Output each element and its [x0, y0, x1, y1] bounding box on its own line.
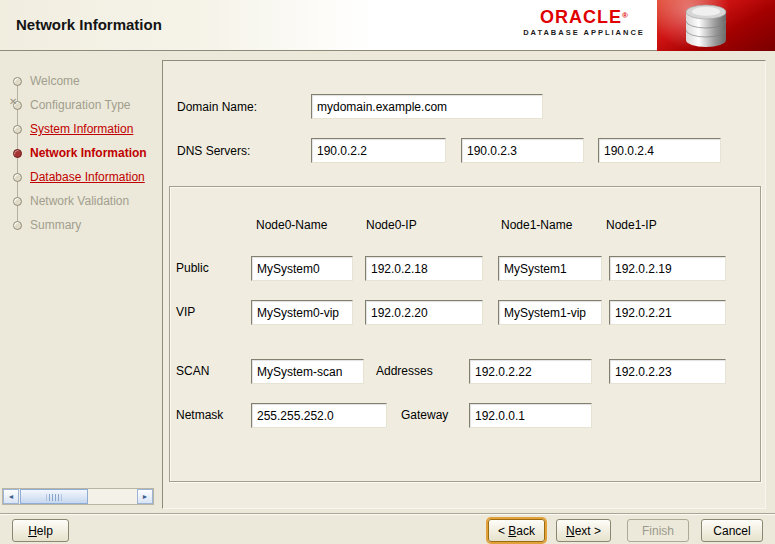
help-button[interactable]: Help	[12, 519, 69, 542]
column-header-node1-name: Node1-Name	[501, 219, 572, 232]
sidebar-item-system-information[interactable]: System Information	[30, 123, 133, 135]
netmask-row-label: Netmask	[176, 409, 223, 422]
oracle-logo: ORACLE® DATABASE APPLIANCE	[518, 8, 650, 37]
column-header-node0-ip: Node0-IP	[366, 219, 417, 232]
gateway-field[interactable]	[469, 403, 592, 428]
dns-server-1-field[interactable]	[311, 138, 446, 163]
public-node1-ip-field[interactable]	[609, 256, 726, 281]
domain-name-label: Domain Name:	[177, 101, 257, 114]
public-node1-name-field[interactable]	[498, 256, 602, 281]
scroll-thumb[interactable]	[20, 489, 88, 504]
gateway-label: Gateway	[401, 409, 448, 422]
step-bullet-current-icon	[13, 149, 22, 158]
vip-row-label: VIP	[176, 306, 195, 319]
sidebar-item-configuration-type: Configuration Type	[30, 99, 131, 111]
scroll-right-button[interactable]: ►	[137, 489, 153, 504]
header-red-banner	[657, 0, 775, 51]
dns-server-3-field[interactable]	[598, 138, 721, 163]
dns-servers-label: DNS Servers:	[177, 145, 250, 158]
public-node0-ip-field[interactable]	[365, 256, 483, 281]
step-bullet-icon	[13, 125, 22, 134]
vip-node1-name-field[interactable]	[498, 300, 602, 325]
column-header-node1-ip: Node1-IP	[606, 219, 657, 232]
vip-node0-ip-field[interactable]	[365, 300, 483, 325]
dns-server-2-field[interactable]	[461, 138, 584, 163]
sidebar-item-network-information[interactable]: Network Information	[30, 147, 147, 159]
database-appliance-label: DATABASE APPLIANCE	[518, 28, 650, 37]
sidebar-item-welcome: Welcome	[30, 75, 80, 87]
step-bullet-icon	[13, 221, 22, 230]
oracle-wordmark: ORACLE	[540, 7, 622, 27]
vip-node1-ip-field[interactable]	[609, 300, 726, 325]
scan-addresses-label: Addresses	[376, 365, 433, 378]
path-cross-icon: ✕	[9, 96, 17, 107]
finish-button: Finish	[627, 519, 689, 542]
sidebar-item-database-information[interactable]: Database Information	[30, 171, 145, 183]
registered-mark: ®	[622, 11, 628, 20]
wizard-window: Network Information ORACLE® DATABASE APP…	[0, 0, 775, 544]
scroll-grip-icon	[47, 494, 62, 501]
step-bullet-icon	[13, 173, 22, 182]
scroll-left-button[interactable]: ◄	[3, 489, 19, 504]
network-information-panel: Domain Name: DNS Servers: Node0-Name Nod…	[162, 60, 766, 509]
scan-row-label: SCAN	[176, 365, 209, 378]
step-bullet-icon	[13, 197, 22, 206]
page-title: Network Information	[16, 16, 162, 33]
scan-name-field[interactable]	[251, 359, 364, 384]
footer-bar: Help < Back Next > Finish Cancel	[0, 513, 775, 544]
cancel-button[interactable]: Cancel	[701, 519, 763, 542]
sidebar-item-network-validation: Network Validation	[30, 195, 129, 207]
step-bullet-icon	[13, 77, 22, 86]
netmask-field[interactable]	[251, 403, 387, 428]
column-header-node0-name: Node0-Name	[256, 219, 327, 232]
sidebar-item-summary: Summary	[30, 219, 81, 231]
vip-node0-name-field[interactable]	[251, 300, 353, 325]
sidebar-scrollbar[interactable]: ◄ ►	[2, 488, 154, 505]
public-row-label: Public	[176, 262, 209, 275]
header: Network Information ORACLE® DATABASE APP…	[0, 0, 775, 51]
domain-name-field[interactable]	[311, 94, 543, 119]
next-button[interactable]: Next >	[556, 519, 611, 542]
database-cylinder-icon	[677, 3, 735, 49]
scan-address-1-field[interactable]	[469, 359, 592, 384]
public-node0-name-field[interactable]	[251, 256, 353, 281]
back-button[interactable]: < Back	[488, 519, 545, 542]
scan-address-2-field[interactable]	[609, 359, 726, 384]
